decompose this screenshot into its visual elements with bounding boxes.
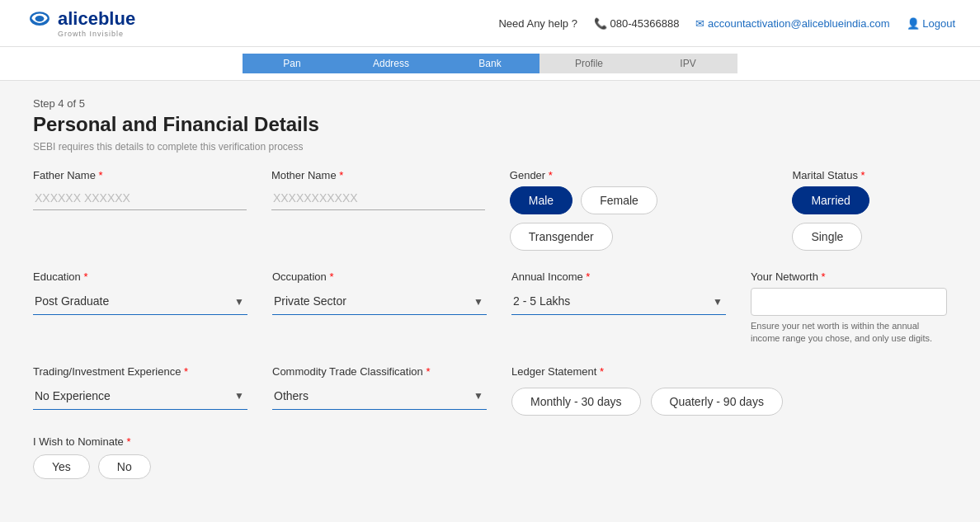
mother-name-label: Mother Name *	[271, 169, 485, 181]
education-select[interactable]: Post Graduate Graduate Under Graduate Hi…	[33, 288, 247, 315]
marital-toggle-group: Married Single	[792, 186, 947, 251]
page-title: Personal and Financial Details	[33, 113, 947, 136]
ledger-monthly-button[interactable]: Monthly - 30 days	[511, 388, 641, 416]
father-name-label: Father Name *	[33, 169, 247, 181]
trading-exp-select[interactable]: No Experience 1-2 Years 3-5 Years 5+ Yea…	[33, 383, 247, 410]
step-address[interactable]: Address	[342, 54, 441, 73]
sebi-note: SEBI requires this details to complete t…	[33, 141, 947, 153]
ledger-label: Ledger Statement *	[511, 365, 783, 378]
commodity-label: Commodity Trade Classification *	[272, 365, 487, 378]
annual-income-select-wrapper: 2 - 5 Lakhs Below 1 Lakh 1 - 2 Lakhs 5 -…	[511, 288, 726, 315]
father-name-input[interactable]	[33, 186, 247, 210]
occupation-select[interactable]: Private Sector Government Business Self …	[272, 288, 487, 315]
logout-button[interactable]: 👤 Logout	[907, 17, 955, 30]
gender-group: Gender * Male Female Transgender	[510, 169, 768, 251]
gender-male-button[interactable]: Male	[510, 186, 572, 214]
step-profile[interactable]: Profile	[539, 54, 638, 73]
trading-exp-group: Trading/Investment Experience * No Exper…	[33, 365, 247, 410]
annual-income-group: Annual Income * 2 - 5 Lakhs Below 1 Lakh…	[511, 270, 726, 315]
main-content: Step 4 of 5 Personal and Financial Detai…	[0, 81, 980, 504]
father-name-group: Father Name *	[33, 169, 247, 210]
nominate-no-button[interactable]: No	[98, 454, 151, 479]
step-bank[interactable]: Bank	[441, 54, 539, 73]
marital-label: Marital Status *	[792, 169, 947, 181]
marital-single-button[interactable]: Single	[792, 223, 862, 251]
gender-label: Gender *	[510, 169, 768, 181]
email-icon: ✉	[695, 17, 708, 30]
logo-area: aliceblue Growth Invisible	[25, 8, 135, 38]
logo-text: aliceblue	[58, 8, 135, 30]
header-right: Need Any help ? 📞 080-45366888 ✉ account…	[498, 17, 955, 30]
occupation-group: Occupation * Private Sector Government B…	[272, 270, 487, 315]
step-pan[interactable]: Pan	[243, 54, 342, 73]
ledger-group: Ledger Statement * Monthly - 30 days Qua…	[511, 365, 783, 416]
nominate-row: I Wish to Nominate * Yes No	[33, 435, 947, 479]
education-select-wrapper: Post Graduate Graduate Under Graduate Hi…	[33, 288, 247, 315]
networth-label: Your Networth *	[751, 270, 947, 283]
annual-income-select[interactable]: 2 - 5 Lakhs Below 1 Lakh 1 - 2 Lakhs 5 -…	[511, 288, 726, 315]
row-3: Trading/Investment Experience * No Exper…	[33, 365, 947, 416]
user-icon: 👤	[907, 17, 923, 30]
networth-hint: Ensure your net worth is within the annu…	[751, 320, 947, 346]
step-ipv[interactable]: IPV	[638, 54, 737, 73]
help-text: Need Any help ?	[498, 17, 577, 30]
trading-exp-label: Trading/Investment Experience *	[33, 365, 247, 378]
marital-group: Marital Status * Married Single	[792, 169, 947, 251]
ledger-quarterly-button[interactable]: Quaterly - 90 days	[651, 388, 783, 416]
nominate-label: I Wish to Nominate *	[33, 435, 947, 448]
nominate-toggle-group: Yes No	[33, 454, 947, 479]
progress-steps: Pan Address Bank Profile IPV	[243, 54, 737, 73]
step-label: Step 4 of 5	[33, 97, 947, 110]
commodity-select[interactable]: Others Hedger Speculator Arbitrageur	[272, 383, 487, 410]
marital-married-button[interactable]: Married	[792, 186, 869, 214]
gender-toggle-group: Male Female Transgender	[510, 186, 768, 251]
aliceblue-logo-icon	[25, 8, 54, 38]
networth-group: Your Networth * 450000 Ensure your net w…	[751, 270, 947, 346]
commodity-group: Commodity Trade Classification * Others …	[272, 365, 487, 410]
mother-name-group: Mother Name *	[271, 169, 485, 210]
annual-income-label: Annual Income *	[511, 270, 726, 283]
gender-transgender-button[interactable]: Transgender	[510, 223, 613, 251]
mother-name-input[interactable]	[271, 186, 485, 210]
education-label: Education *	[33, 270, 247, 283]
education-group: Education * Post Graduate Graduate Under…	[33, 270, 247, 315]
nominate-yes-button[interactable]: Yes	[33, 454, 90, 479]
occupation-select-wrapper: Private Sector Government Business Self …	[272, 288, 487, 315]
phone-icon: 📞	[594, 17, 610, 30]
phone-number: 📞 080-45366888	[594, 17, 679, 30]
trading-exp-select-wrapper: No Experience 1-2 Years 3-5 Years 5+ Yea…	[33, 383, 247, 410]
row-1: Father Name * Mother Name * Gender * Mal…	[33, 169, 947, 251]
gender-female-button[interactable]: Female	[581, 186, 657, 214]
commodity-select-wrapper: Others Hedger Speculator Arbitrageur ▼	[272, 383, 487, 410]
progress-bar: Pan Address Bank Profile IPV	[0, 47, 980, 81]
email-address: ✉ accountactivation@aliceblueindia.com	[695, 17, 889, 30]
logo-tagline: Growth Invisible	[58, 30, 135, 38]
networth-input[interactable]: 450000	[751, 288, 947, 316]
occupation-label: Occupation *	[272, 270, 487, 283]
header: aliceblue Growth Invisible Need Any help…	[0, 0, 980, 47]
ledger-toggle-group: Monthly - 30 days Quaterly - 90 days	[511, 388, 783, 416]
row-2: Education * Post Graduate Graduate Under…	[33, 270, 947, 346]
svg-point-1	[35, 16, 45, 21]
